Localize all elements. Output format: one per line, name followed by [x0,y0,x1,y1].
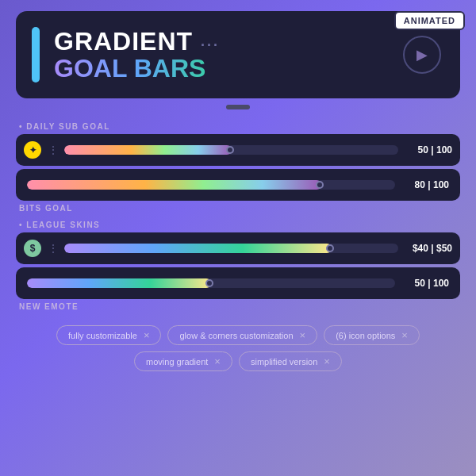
tag-glow-corners[interactable]: glow & corners customization × [167,325,317,345]
header-title-gradient: GRADIENT [54,29,193,54]
goals-section: DAILY SUB GOAL ✦ ⋮ 50 | 100 80 | 100 BIT… [16,122,460,311]
tag-close-5[interactable]: × [324,356,330,367]
tag-label-5: simplified version [251,357,317,367]
progress-dot-3 [326,244,334,252]
tag-moving-gradient[interactable]: moving gradient × [134,351,232,371]
menu-dots-2[interactable]: ⋮ [48,242,58,255]
header-title-bottom: GOAL BARS [54,56,220,81]
goal-value-2: 80 | 100 [401,179,449,190]
progress-fill-1 [64,145,232,155]
tag-simplified[interactable]: simplified version × [239,351,342,371]
tag-close-3[interactable]: × [401,330,408,340]
progress-fill-3 [64,244,332,253]
goal-bar-league-1: $ ⋮ $40 | $50 [16,232,460,264]
dollar-icon-btn[interactable]: $ [24,240,41,257]
progress-dot-2 [316,181,324,189]
cursor-circle: ▶ [403,36,441,74]
tag-fully-customizable[interactable]: fully customizable × [56,325,161,345]
header-dots: ... [201,34,220,48]
cursor-icon: ▶ [416,46,428,63]
goal-value-1: 50 | 100 [405,144,452,155]
tag-label-2: glow & corners customization [179,331,293,340]
goal-label-bits: BITS GOAL [16,204,460,213]
progress-dot-1 [226,146,234,154]
tag-label-4: moving gradient [146,357,208,367]
tag-label-3: (6) icon options [336,331,395,340]
star-icon-btn[interactable]: ✦ [24,141,41,159]
tag-close-2[interactable]: × [300,330,306,340]
progress-dot-4 [205,279,213,287]
goal-bar-daily-2: 80 | 100 [16,169,460,201]
goal-value-4: 50 | 100 [401,278,449,289]
goal-label-emote: NEW EMOTE [16,302,460,311]
progress-track-4 [27,278,395,288]
menu-dots-1[interactable]: ⋮ [48,144,58,156]
progress-track-2 [27,180,395,190]
goal-bar-league-2: 50 | 100 [16,267,460,299]
goal-group-daily: DAILY SUB GOAL ✦ ⋮ 50 | 100 80 | 100 BIT… [16,122,460,213]
progress-fill-4 [27,278,211,288]
progress-track-1 [64,145,398,155]
header-title: GRADIENT ... GOAL BARS [54,29,220,81]
tags-section: fully customizable × glow & corners cust… [16,325,460,371]
header-accent-bar [32,27,40,83]
goal-value-3: $40 | $50 [405,243,452,254]
header-title-top: GRADIENT ... [54,29,220,54]
tag-label-1: fully customizable [68,331,137,340]
goal-label-daily: DAILY SUB GOAL [16,122,460,131]
animated-badge: ANIMATED [394,11,465,30]
goal-label-league: LEAGUE SKINS [16,221,460,229]
tag-close-1[interactable]: × [144,330,150,340]
tag-close-4[interactable]: × [214,356,221,367]
goal-bar-daily-1: ✦ ⋮ 50 | 100 [16,134,460,166]
goal-group-league: LEAGUE SKINS $ ⋮ $40 | $50 50 | 100 NEW … [16,221,460,311]
progress-fill-2 [27,180,321,190]
progress-track-3 [64,244,398,253]
tag-icon-options[interactable]: (6) icon options × [324,325,420,345]
scroll-indicator [226,105,250,109]
